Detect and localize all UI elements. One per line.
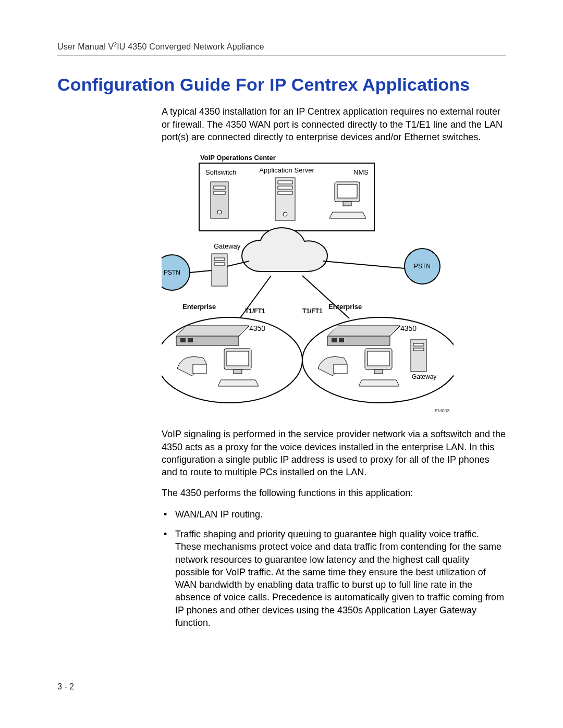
network-diagram-svg: VoIP Operations Center Softswitch Applic… <box>162 152 454 417</box>
appserver-icon <box>275 178 295 220</box>
monitor-right-icon <box>359 349 399 386</box>
phone-right-icon <box>318 357 347 376</box>
svg-rect-15 <box>214 263 225 265</box>
svg-point-8 <box>283 212 287 216</box>
svg-point-3 <box>217 210 222 214</box>
device4350-right-label: 4350 <box>400 324 417 332</box>
page-number: 3 - 2 <box>57 682 74 692</box>
softswitch-label: Softswitch <box>205 168 236 176</box>
pstn-right-label: PSTN <box>414 263 431 270</box>
voip-paragraph: VoIP signaling is performed in the servi… <box>162 428 506 478</box>
intro-paragraph: A typical 4350 installation for an IP Ce… <box>162 105 506 143</box>
softswitch-icon <box>211 182 228 218</box>
svg-marker-26 <box>218 380 259 386</box>
svg-rect-14 <box>214 258 225 261</box>
svg-rect-1 <box>214 186 225 189</box>
link-pstn-gwleft <box>190 270 212 273</box>
svg-rect-29 <box>332 338 337 342</box>
functions-list: WAN/LAN IP routing. Traffic shaping and … <box>162 508 506 630</box>
gateway-right-icon <box>411 339 426 372</box>
svg-rect-24 <box>227 351 249 366</box>
svg-rect-33 <box>368 351 389 366</box>
svg-rect-7 <box>278 191 292 194</box>
list-item: Traffic shaping and priority queuing to … <box>162 528 506 629</box>
svg-rect-20 <box>180 338 186 342</box>
page-title: Configuration Guide For IP Centrex Appli… <box>57 75 506 95</box>
enterprise-left-label: Enterprise <box>182 303 216 311</box>
list-item: WAN/LAN IP routing. <box>162 508 506 521</box>
svg-rect-11 <box>343 202 351 206</box>
svg-rect-2 <box>214 191 225 194</box>
svg-rect-10 <box>337 184 357 198</box>
pstn-right: PSTN <box>405 249 440 284</box>
svg-rect-38 <box>413 348 424 351</box>
body: A typical 4350 installation for an IP Ce… <box>162 105 506 143</box>
appserver-label: Application Server <box>259 166 314 174</box>
svg-rect-31 <box>334 364 347 374</box>
gateway-left-label: Gateway <box>214 242 241 250</box>
svg-rect-25 <box>234 369 242 374</box>
pstn-left-label: PSTN <box>164 269 180 276</box>
gateway-right-label: Gateway <box>412 373 436 380</box>
svg-rect-6 <box>278 186 292 189</box>
diagram: VoIP Operations Center Softswitch Applic… <box>162 152 454 417</box>
page: User Manual V2IU 4350 Converged Network … <box>0 0 563 728</box>
phone-left-icon <box>177 357 206 376</box>
voip-title-label: VoIP Operations Center <box>200 154 276 162</box>
svg-rect-37 <box>413 343 424 346</box>
device-4350-left <box>176 326 249 346</box>
svg-marker-27 <box>327 326 400 336</box>
cloud-icon <box>242 228 327 272</box>
svg-marker-18 <box>176 326 249 336</box>
svg-rect-30 <box>339 338 344 342</box>
link-cloud-pstnr <box>323 261 405 268</box>
gateway-left-icon <box>212 254 227 286</box>
monitor-left-icon <box>218 349 259 386</box>
svg-rect-5 <box>278 181 292 184</box>
header-prefix: User Manual V <box>57 42 114 51</box>
svg-rect-21 <box>188 338 193 342</box>
figure-ref: EM003 <box>435 408 450 413</box>
t1ft1-right-label: T1/FT1 <box>302 307 323 315</box>
device-4350-right <box>327 326 400 346</box>
device4350-left-label: 4350 <box>249 324 265 332</box>
body-continued: VoIP signaling is performed in the servi… <box>162 428 506 629</box>
enterprise-right-label: Enterprise <box>328 303 362 311</box>
svg-marker-35 <box>359 380 399 386</box>
running-header: User Manual V2IU 4350 Converged Network … <box>57 42 506 56</box>
pstn-left: PSTN <box>162 255 190 290</box>
nms-label: NMS <box>353 168 369 176</box>
header-suffix: IU 4350 Converged Network Appliance <box>117 42 264 51</box>
svg-marker-12 <box>329 212 366 218</box>
functions-paragraph: The 4350 performs the following function… <box>162 487 506 499</box>
svg-rect-34 <box>374 369 383 374</box>
svg-rect-22 <box>193 364 206 374</box>
t1ft1-left-label: T1/FT1 <box>245 307 265 315</box>
